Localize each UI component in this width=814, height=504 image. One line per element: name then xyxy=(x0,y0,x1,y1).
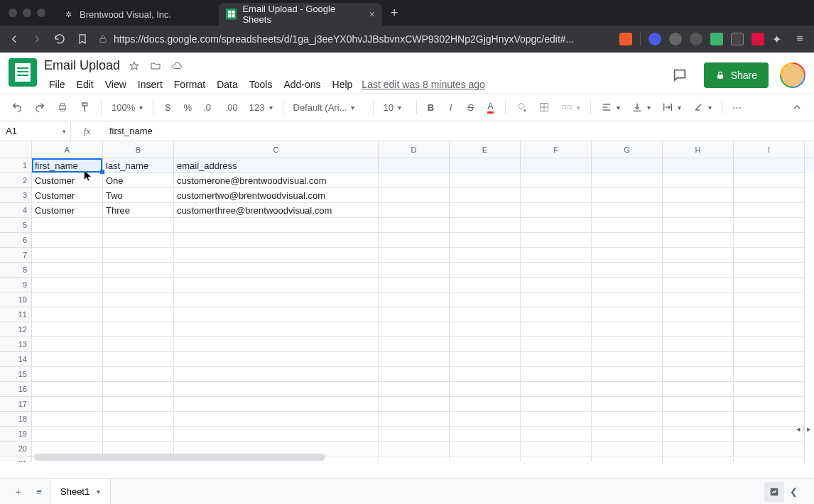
select-all-corner[interactable] xyxy=(0,141,32,158)
cell-A18[interactable] xyxy=(32,412,103,427)
row-header-3[interactable]: 3 xyxy=(0,188,32,203)
account-avatar[interactable] xyxy=(780,62,805,88)
cell-E20[interactable] xyxy=(450,442,521,456)
cell-C16[interactable] xyxy=(174,382,379,397)
cell-B12[interactable] xyxy=(103,322,174,337)
cell-I8[interactable] xyxy=(734,263,805,278)
row-header-10[interactable]: 10 xyxy=(0,292,32,307)
merge-cells-button[interactable] xyxy=(557,99,585,116)
collapse-toolbar-button[interactable] xyxy=(787,98,807,116)
cell-A3[interactable]: Customer xyxy=(32,188,103,203)
cell-E1[interactable] xyxy=(450,158,521,173)
cell-A4[interactable]: Customer xyxy=(32,203,103,218)
text-rotation-button[interactable] xyxy=(688,99,716,116)
cell-F20[interactable] xyxy=(521,442,592,456)
reload-button[interactable] xyxy=(53,32,67,46)
cell-F4[interactable] xyxy=(521,203,592,218)
cell-I3[interactable] xyxy=(734,188,805,203)
row-header-12[interactable]: 12 xyxy=(0,322,32,337)
cell-E21[interactable] xyxy=(450,456,521,462)
formula-input[interactable]: first_name xyxy=(104,126,814,136)
cell-H5[interactable] xyxy=(663,218,734,233)
fill-color-button[interactable] xyxy=(511,98,531,116)
scroll-right-icon[interactable]: ▸ xyxy=(807,424,811,434)
redo-button[interactable] xyxy=(30,98,50,116)
cell-D5[interactable] xyxy=(379,218,450,233)
cell-H15[interactable] xyxy=(663,367,734,382)
comments-button[interactable] xyxy=(667,62,693,88)
cell-I7[interactable] xyxy=(734,248,805,263)
cell-E17[interactable] xyxy=(450,397,521,412)
cell-C4[interactable]: customerthree@brentwoodvisual.com xyxy=(174,203,379,218)
cell-A16[interactable] xyxy=(32,382,103,397)
cell-E6[interactable] xyxy=(450,233,521,248)
cell-H3[interactable] xyxy=(663,188,734,203)
share-button[interactable]: Share xyxy=(704,62,769,88)
cell-F7[interactable] xyxy=(521,248,592,263)
cell-H21[interactable] xyxy=(663,456,734,462)
cell-F17[interactable] xyxy=(521,397,592,412)
cell-G16[interactable] xyxy=(592,382,663,397)
close-tab-icon[interactable]: × xyxy=(369,9,375,20)
text-color-button[interactable]: A xyxy=(482,98,499,116)
cell-I14[interactable] xyxy=(734,352,805,367)
column-header-E[interactable]: E xyxy=(450,141,521,158)
cell-H18[interactable] xyxy=(663,412,734,427)
cell-A10[interactable] xyxy=(32,292,103,307)
cell-B19[interactable] xyxy=(103,427,174,442)
cell-C15[interactable] xyxy=(174,367,379,382)
cell-F5[interactable] xyxy=(521,218,592,233)
cell-C11[interactable] xyxy=(174,307,379,322)
sheet-tab-sheet1[interactable]: Sheet1 xyxy=(50,478,111,504)
cell-A13[interactable] xyxy=(32,337,103,352)
cell-I5[interactable] xyxy=(734,218,805,233)
cell-C18[interactable] xyxy=(174,412,379,427)
cell-C12[interactable] xyxy=(174,322,379,337)
cell-D8[interactable] xyxy=(379,263,450,278)
cell-E2[interactable] xyxy=(450,173,521,188)
menu-data[interactable]: Data xyxy=(212,76,243,93)
cell-C19[interactable] xyxy=(174,427,379,442)
menu-view[interactable]: View xyxy=(100,76,131,93)
cell-B11[interactable] xyxy=(103,307,174,322)
cloud-status-icon[interactable] xyxy=(171,60,183,72)
column-header-D[interactable]: D xyxy=(379,141,450,158)
percent-button[interactable]: % xyxy=(179,98,196,116)
column-header-G[interactable]: G xyxy=(592,141,663,158)
cell-A2[interactable]: Customer xyxy=(32,173,103,188)
cell-F2[interactable] xyxy=(521,173,592,188)
cell-E14[interactable] xyxy=(450,352,521,367)
cell-H1[interactable] xyxy=(663,158,734,173)
cell-I15[interactable] xyxy=(734,367,805,382)
cell-G5[interactable] xyxy=(592,218,663,233)
cell-D14[interactable] xyxy=(379,352,450,367)
row-header-5[interactable]: 5 xyxy=(0,218,32,233)
cell-A5[interactable] xyxy=(32,218,103,233)
cell-B3[interactable]: Two xyxy=(103,188,174,203)
all-sheets-button[interactable]: ≡ xyxy=(28,481,50,503)
cell-C6[interactable] xyxy=(174,233,379,248)
cell-G20[interactable] xyxy=(592,442,663,456)
cell-E9[interactable] xyxy=(450,278,521,292)
cell-F16[interactable] xyxy=(521,382,592,397)
cell-G9[interactable] xyxy=(592,278,663,292)
cell-D2[interactable] xyxy=(379,173,450,188)
cell-E7[interactable] xyxy=(450,248,521,263)
increase-decimal-button[interactable]: .00 xyxy=(221,98,242,116)
cell-F6[interactable] xyxy=(521,233,592,248)
cell-I20[interactable] xyxy=(734,442,805,456)
cell-F12[interactable] xyxy=(521,322,592,337)
cell-G13[interactable] xyxy=(592,337,663,352)
italic-button[interactable]: I xyxy=(443,98,460,116)
browser-tab-0[interactable]: ✲ Brentwood Visual, Inc. xyxy=(55,3,219,26)
cell-C13[interactable] xyxy=(174,337,379,352)
cell-G1[interactable] xyxy=(592,158,663,173)
cell-E12[interactable] xyxy=(450,322,521,337)
maximize-window-icon[interactable] xyxy=(37,9,45,17)
cell-B4[interactable]: Three xyxy=(103,203,174,218)
name-box[interactable]: A1 xyxy=(0,121,71,141)
row-header-2[interactable]: 2 xyxy=(0,173,32,188)
cell-D1[interactable] xyxy=(379,158,450,173)
row-header-4[interactable]: 4 xyxy=(0,203,32,218)
row-header-18[interactable]: 18 xyxy=(0,412,32,427)
